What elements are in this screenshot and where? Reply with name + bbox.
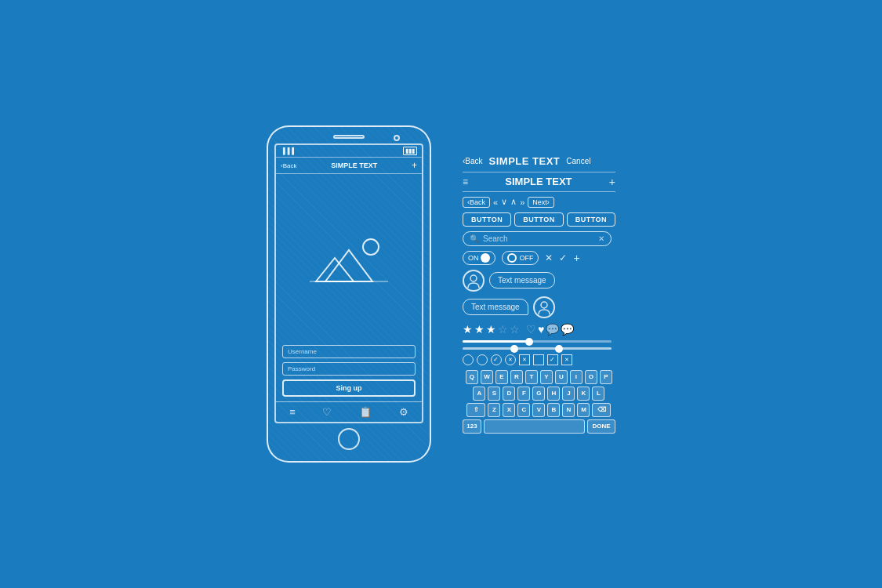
key-space[interactable] — [484, 419, 585, 434]
check-icon[interactable]: ✓ — [559, 252, 567, 263]
key-p[interactable]: P — [600, 370, 612, 384]
toggle-off-circle — [507, 253, 517, 263]
key-e[interactable]: E — [495, 370, 508, 384]
navbar-row-2: ≡ SIMPLE TEXT + — [463, 172, 615, 192]
add-icon[interactable]: + — [573, 252, 579, 264]
hamburger-menu-icon[interactable]: ≡ — [463, 176, 468, 187]
key-v[interactable]: V — [532, 403, 545, 417]
toggle-on-circle — [481, 253, 490, 263]
button-3[interactable]: BUTTON — [567, 212, 615, 227]
key-o[interactable]: O — [585, 370, 597, 384]
key-shift[interactable]: ⇧ — [466, 403, 485, 417]
nav1-cancel-button[interactable]: Cancel — [566, 157, 590, 165]
search-icon: 🔍 — [470, 234, 479, 243]
key-123[interactable]: 123 — [463, 419, 481, 434]
prev-button[interactable]: ∨ — [501, 197, 507, 207]
key-y[interactable]: Y — [540, 370, 553, 384]
keyboard-row-1: Q W E R T Y U I O P — [463, 370, 615, 384]
nav1-back-button[interactable]: ‹Back — [463, 157, 483, 165]
key-backspace[interactable]: ⌫ — [592, 403, 611, 417]
key-k[interactable]: K — [577, 387, 590, 401]
key-l[interactable]: L — [592, 387, 604, 401]
keyboard: Q W E R T Y U I O P A S D F G H J K L — [463, 370, 615, 434]
checkbox-checked[interactable]: ✓ — [547, 354, 558, 365]
checkbox-x-2[interactable]: ✕ — [561, 354, 572, 365]
key-n[interactable]: N — [562, 403, 575, 417]
star-3[interactable]: ★ — [486, 323, 496, 336]
key-i[interactable]: I — [570, 370, 583, 384]
key-r[interactable]: R — [510, 370, 523, 384]
phone-add-button[interactable]: + — [412, 160, 417, 171]
radio-x-1[interactable]: ✕ — [505, 354, 516, 365]
tab-heart-icon[interactable]: ♡ — [322, 406, 332, 418]
tab-notes-icon[interactable]: 📋 — [359, 406, 372, 418]
key-b[interactable]: B — [547, 403, 560, 417]
slider-2-thumb-right[interactable] — [555, 345, 563, 353]
up-button[interactable]: ∧ — [510, 197, 517, 207]
key-c[interactable]: C — [517, 403, 530, 417]
chat-message-1: Text message — [463, 270, 615, 292]
checkbox-empty[interactable] — [533, 354, 544, 365]
tab-menu-icon[interactable]: ≡ — [289, 406, 296, 418]
back-nav-button[interactable]: ‹Back — [463, 197, 490, 208]
nav2-add-button[interactable]: + — [609, 176, 615, 188]
radio-checked-1[interactable]: ✓ — [491, 354, 502, 365]
search-clear-button[interactable]: ✕ — [598, 234, 604, 243]
heart-filled-icon[interactable]: ♥ — [538, 323, 544, 336]
prev-prev-button[interactable]: « — [493, 198, 498, 207]
key-w[interactable]: W — [481, 370, 493, 384]
mountain-illustration — [310, 234, 388, 285]
next-next-button[interactable]: » — [520, 198, 524, 207]
username-field[interactable]: Username — [282, 345, 416, 358]
toggle-on[interactable]: ON — [463, 251, 496, 265]
phone-back-button[interactable]: ‹Back — [281, 162, 296, 169]
key-z[interactable]: Z — [488, 403, 500, 417]
key-j[interactable]: J — [562, 387, 575, 401]
star-4[interactable]: ☆ — [498, 323, 508, 336]
stars-row: ★ ★ ★ ☆ ☆ ♡ ♥ 💬 💬 — [463, 323, 615, 336]
key-t[interactable]: T — [525, 370, 538, 384]
key-m[interactable]: M — [577, 403, 590, 417]
key-x[interactable]: X — [503, 403, 515, 417]
star-5[interactable]: ☆ — [510, 323, 520, 336]
password-field[interactable]: Password — [282, 362, 416, 376]
slider-1-thumb[interactable] — [525, 338, 533, 346]
key-d[interactable]: D — [503, 387, 515, 401]
button-1[interactable]: BUTTON — [463, 212, 511, 227]
comment-outline-icon[interactable]: 💬 — [546, 323, 559, 336]
tab-settings-icon[interactable]: ⚙ — [399, 406, 408, 418]
x-icon[interactable]: ✕ — [545, 252, 553, 263]
comment-filled-icon[interactable]: 💬 — [561, 323, 574, 336]
signup-button[interactable]: Sing up — [282, 379, 416, 397]
status-bar: ▐▐▐ ▮▮▮ — [276, 145, 422, 157]
toggle-off[interactable]: OFF — [502, 251, 539, 265]
avatar-left — [463, 270, 485, 292]
user-avatar-icon — [467, 274, 480, 288]
key-s[interactable]: S — [488, 387, 500, 401]
slider-2-thumb-left[interactable] — [510, 345, 518, 353]
heart-outline-icon[interactable]: ♡ — [526, 323, 536, 336]
button-2[interactable]: BUTTON — [514, 212, 563, 227]
key-a[interactable]: A — [473, 387, 485, 401]
phone-image-area — [276, 174, 422, 345]
toggle-on-label: ON — [468, 254, 479, 262]
key-h[interactable]: H — [547, 387, 560, 401]
next-nav-button[interactable]: Next› — [528, 197, 554, 208]
key-q[interactable]: Q — [466, 370, 478, 384]
key-u[interactable]: U — [555, 370, 568, 384]
star-1[interactable]: ★ — [463, 323, 473, 336]
search-bar[interactable]: 🔍 Search ✕ — [463, 231, 612, 246]
key-done[interactable]: DONE — [587, 419, 615, 434]
keyboard-row-3: ⇧ Z X C V B N M ⌫ — [463, 403, 615, 417]
buttons-row: BUTTON BUTTON BUTTON — [463, 212, 615, 227]
key-f[interactable]: F — [517, 387, 530, 401]
radio-empty-2[interactable] — [477, 354, 488, 365]
chat-message-2: Text message — [463, 296, 615, 318]
slider-1-track — [463, 340, 612, 343]
checkbox-x[interactable]: ✕ — [519, 354, 530, 365]
nav2-title: SIMPLE TEXT — [474, 176, 603, 187]
star-2[interactable]: ★ — [474, 323, 485, 336]
home-button[interactable] — [338, 428, 360, 450]
radio-empty-1[interactable] — [463, 354, 474, 365]
key-g[interactable]: G — [532, 387, 545, 401]
